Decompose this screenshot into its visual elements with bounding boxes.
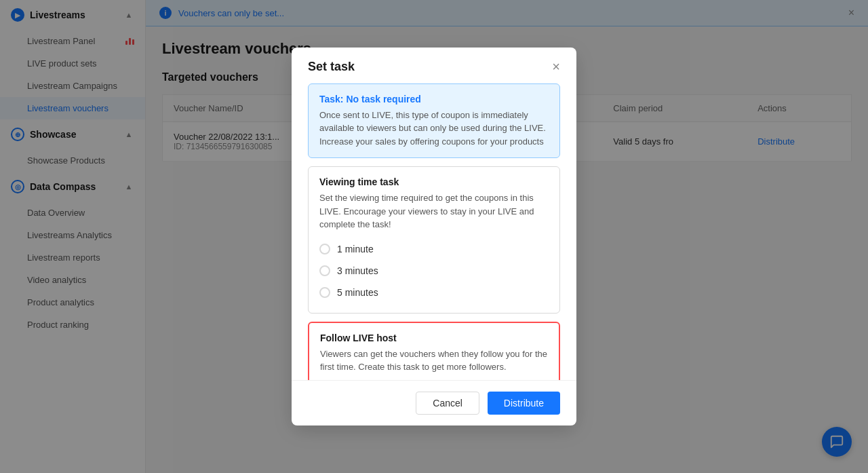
set-task-modal: Set task × Task: No task required Once s…	[292, 48, 576, 426]
follow-host-title: Follow LIVE host	[320, 333, 548, 343]
modal-body: Task: No task required Once sent to LIVE…	[292, 83, 576, 381]
viewing-task-title: Viewing time task	[319, 176, 549, 187]
radio-label-5min: 5 minutes	[337, 287, 378, 298]
radio-label-1min: 1 minute	[337, 244, 374, 254]
no-task-card[interactable]: Task: No task required Once sent to LIVE…	[308, 83, 560, 159]
modal-footer: Cancel Distribute	[292, 380, 576, 425]
follow-live-host-card[interactable]: Follow LIVE host Viewers can get the vou…	[308, 322, 560, 381]
radio-option-5min[interactable]: 5 minutes	[319, 282, 549, 303]
viewing-task-desc: Set the viewing time required to get the…	[319, 191, 549, 231]
radio-label-3min: 3 minutes	[337, 265, 378, 276]
follow-host-desc: Viewers can get the vouchers when they f…	[320, 347, 548, 374]
radio-circle-5min[interactable]	[319, 287, 330, 298]
cancel-button[interactable]: Cancel	[416, 392, 479, 415]
viewing-task-card[interactable]: Viewing time task Set the viewing time r…	[308, 166, 560, 314]
radio-option-1min[interactable]: 1 minute	[319, 238, 549, 260]
modal-header: Set task ×	[292, 48, 576, 83]
radio-option-3min[interactable]: 3 minutes	[319, 260, 549, 282]
radio-options: 1 minute 3 minutes 5 minutes	[319, 238, 549, 303]
no-task-desc: Once sent to LIVE, this type of coupon i…	[319, 109, 549, 149]
no-task-title: Task: No task required	[319, 94, 549, 105]
distribute-button[interactable]: Distribute	[488, 392, 560, 415]
radio-circle-3min[interactable]	[319, 265, 330, 276]
modal-close-button[interactable]: ×	[552, 60, 560, 73]
modal-title: Set task	[308, 60, 355, 74]
modal-overlay[interactable]: Set task × Task: No task required Once s…	[0, 0, 868, 473]
radio-circle-1min[interactable]	[319, 244, 330, 254]
